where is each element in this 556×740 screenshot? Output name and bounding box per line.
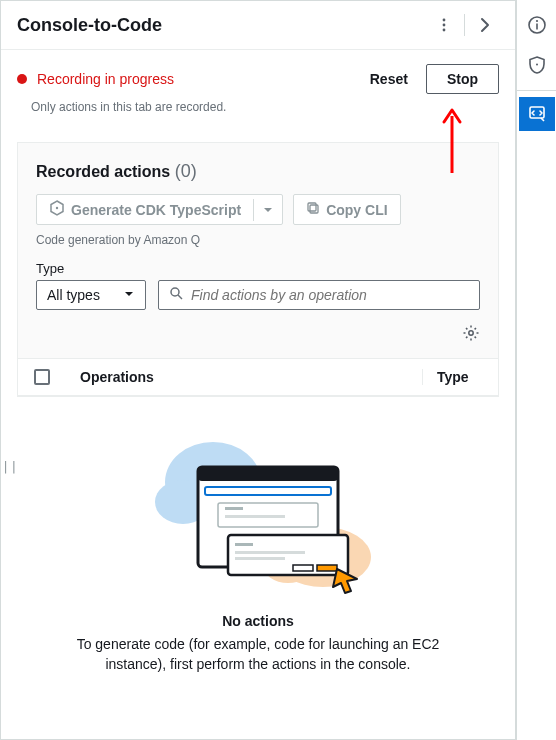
svg-rect-23	[293, 565, 313, 571]
generate-cdk-button[interactable]: Generate CDK TypeScript	[36, 194, 283, 225]
svg-rect-18	[225, 515, 285, 518]
recorded-actions-count: (0)	[175, 161, 197, 181]
actions-table-header: Operations Type	[18, 358, 498, 396]
recorded-actions-card: Recorded actions (0) Generate CDK TypeSc…	[17, 142, 499, 397]
search-actions-field[interactable]	[158, 280, 480, 310]
svg-point-3	[56, 207, 58, 209]
settings-gear-icon[interactable]	[462, 324, 480, 346]
copy-icon	[306, 201, 320, 218]
column-type[interactable]: Type	[422, 369, 482, 385]
rail-separator	[517, 90, 557, 91]
svg-rect-21	[235, 551, 305, 554]
copy-cli-button[interactable]: Copy CLI	[293, 194, 400, 225]
panel-title: Console-to-Code	[17, 15, 430, 36]
svg-point-26	[535, 20, 537, 22]
svg-point-2	[443, 29, 446, 32]
svg-rect-24	[317, 565, 337, 571]
copy-cli-label: Copy CLI	[326, 202, 387, 218]
side-rail	[516, 0, 556, 740]
console-to-code-panel: Console-to-Code Recording in progress Re…	[0, 0, 516, 740]
chevron-down-icon	[123, 287, 135, 303]
recorded-actions-title: Recorded actions (0)	[36, 161, 480, 182]
svg-rect-15	[205, 487, 331, 495]
svg-rect-5	[308, 203, 316, 211]
search-icon	[169, 286, 183, 304]
type-filter-value: All types	[47, 287, 100, 303]
svg-rect-4	[310, 205, 318, 213]
svg-rect-27	[536, 24, 538, 30]
kebab-menu-icon[interactable]	[430, 11, 458, 39]
recording-status-bar: Recording in progress Reset Stop	[1, 50, 515, 100]
info-icon[interactable]	[519, 8, 555, 42]
svg-rect-20	[235, 543, 253, 546]
chevron-right-icon[interactable]	[471, 11, 499, 39]
type-filter-select[interactable]: All types	[36, 280, 146, 310]
separator	[464, 14, 465, 36]
empty-description: To generate code (for example, code for …	[48, 635, 468, 674]
svg-point-6	[171, 288, 179, 296]
empty-state: No actions To generate code (for example…	[1, 397, 515, 694]
console-to-code-rail-icon[interactable]	[519, 97, 555, 131]
recording-status-text: Recording in progress	[37, 71, 370, 87]
reset-button[interactable]: Reset	[370, 71, 408, 87]
svg-line-7	[178, 295, 182, 299]
type-filter-label: Type	[36, 261, 480, 276]
stop-button[interactable]: Stop	[426, 64, 499, 94]
shield-icon[interactable]	[519, 48, 555, 82]
empty-illustration	[133, 427, 383, 597]
svg-point-8	[469, 331, 473, 335]
recording-note: Only actions in this tab are recorded.	[1, 100, 515, 128]
svg-point-0	[443, 19, 446, 22]
generate-cdk-dropdown[interactable]	[253, 199, 282, 221]
code-generation-note: Code generation by Amazon Q	[36, 233, 480, 247]
column-operations[interactable]: Operations	[74, 369, 422, 385]
select-all-checkbox[interactable]	[34, 369, 50, 385]
generate-cdk-label: Generate CDK TypeScript	[71, 202, 241, 218]
recording-dot-icon	[17, 74, 27, 84]
resize-handle[interactable]: ||	[2, 460, 18, 474]
empty-title: No actions	[25, 613, 491, 629]
recorded-actions-title-text: Recorded actions	[36, 163, 170, 180]
svg-point-1	[443, 24, 446, 27]
svg-rect-22	[235, 557, 285, 560]
svg-rect-14	[198, 467, 338, 481]
svg-point-28	[536, 64, 538, 66]
search-input[interactable]	[191, 287, 469, 303]
svg-rect-17	[225, 507, 243, 510]
titlebar: Console-to-Code	[1, 1, 515, 50]
hexagon-icon	[49, 200, 65, 219]
